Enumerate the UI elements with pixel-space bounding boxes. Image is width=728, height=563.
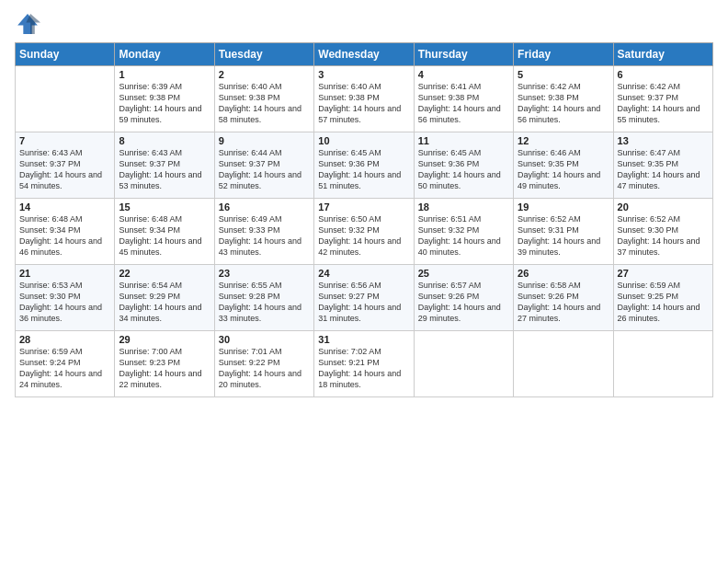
day-info: Sunrise: 6:56 AMSunset: 9:27 PMDaylight:… [318, 280, 409, 325]
weekday-header-friday: Friday [514, 43, 613, 66]
day-number: 30 [219, 334, 310, 345]
day-info: Sunrise: 6:51 AMSunset: 9:32 PMDaylight:… [418, 213, 509, 259]
calendar-cell: 15Sunrise: 6:48 AMSunset: 9:34 PMDayligh… [115, 199, 214, 265]
day-number: 4 [418, 69, 509, 80]
day-number: 8 [119, 135, 210, 146]
calendar-cell [613, 331, 712, 397]
calendar-cell: 3Sunrise: 6:40 AMSunset: 9:38 PMDaylight… [314, 66, 414, 132]
calendar-cell: 8Sunrise: 6:43 AMSunset: 9:37 PMDaylight… [115, 132, 214, 199]
weekday-header-thursday: Thursday [414, 43, 513, 66]
weekday-header-sunday: Sunday [16, 43, 115, 66]
day-info: Sunrise: 6:40 AMSunset: 9:38 PMDaylight:… [219, 81, 310, 126]
calendar-cell: 24Sunrise: 6:56 AMSunset: 9:27 PMDayligh… [314, 265, 414, 331]
logo [15, 11, 44, 37]
day-info: Sunrise: 6:49 AMSunset: 9:33 PMDaylight:… [219, 213, 310, 259]
day-number: 9 [219, 135, 310, 146]
day-info: Sunrise: 6:40 AMSunset: 9:38 PMDaylight:… [318, 81, 409, 126]
calendar-cell: 22Sunrise: 6:54 AMSunset: 9:29 PMDayligh… [115, 265, 214, 331]
calendar-cell: 29Sunrise: 7:00 AMSunset: 9:23 PMDayligh… [115, 331, 214, 397]
day-info: Sunrise: 6:59 AMSunset: 9:25 PMDaylight:… [618, 280, 709, 325]
day-number: 14 [19, 201, 110, 213]
calendar-cell: 18Sunrise: 6:51 AMSunset: 9:32 PMDayligh… [414, 199, 513, 265]
calendar-cell: 9Sunrise: 6:44 AMSunset: 9:37 PMDaylight… [214, 132, 313, 199]
day-number: 13 [618, 135, 709, 146]
day-info: Sunrise: 6:53 AMSunset: 9:30 PMDaylight:… [19, 280, 110, 325]
day-number: 15 [119, 201, 210, 213]
day-info: Sunrise: 6:52 AMSunset: 9:30 PMDaylight:… [618, 213, 709, 259]
calendar-cell: 20Sunrise: 6:52 AMSunset: 9:30 PMDayligh… [613, 199, 712, 265]
day-number: 23 [219, 268, 310, 279]
day-number: 5 [518, 69, 609, 80]
day-number: 18 [418, 201, 509, 213]
calendar-cell: 11Sunrise: 6:45 AMSunset: 9:36 PMDayligh… [414, 132, 513, 199]
day-number: 6 [618, 69, 709, 80]
weekday-header-saturday: Saturday [613, 43, 712, 66]
calendar-cell: 21Sunrise: 6:53 AMSunset: 9:30 PMDayligh… [16, 265, 115, 331]
calendar-cell: 16Sunrise: 6:49 AMSunset: 9:33 PMDayligh… [214, 199, 313, 265]
day-info: Sunrise: 6:39 AMSunset: 9:38 PMDaylight:… [119, 81, 210, 126]
day-info: Sunrise: 6:48 AMSunset: 9:34 PMDaylight:… [119, 213, 210, 259]
calendar-cell: 30Sunrise: 7:01 AMSunset: 9:22 PMDayligh… [214, 331, 313, 397]
day-number: 3 [318, 69, 409, 80]
day-info: Sunrise: 7:00 AMSunset: 9:23 PMDaylight:… [119, 346, 210, 391]
day-info: Sunrise: 6:46 AMSunset: 9:35 PMDaylight:… [518, 147, 609, 192]
calendar-cell: 31Sunrise: 7:02 AMSunset: 9:21 PMDayligh… [314, 331, 414, 397]
day-info: Sunrise: 6:45 AMSunset: 9:36 PMDaylight:… [418, 147, 509, 192]
calendar-cell: 27Sunrise: 6:59 AMSunset: 9:25 PMDayligh… [613, 265, 712, 331]
calendar-cell: 6Sunrise: 6:42 AMSunset: 9:37 PMDaylight… [613, 66, 712, 132]
calendar-cell: 14Sunrise: 6:48 AMSunset: 9:34 PMDayligh… [16, 199, 115, 265]
day-info: Sunrise: 6:50 AMSunset: 9:32 PMDaylight:… [318, 213, 409, 259]
calendar-cell: 5Sunrise: 6:42 AMSunset: 9:38 PMDaylight… [514, 66, 613, 132]
calendar-cell: 28Sunrise: 6:59 AMSunset: 9:24 PMDayligh… [16, 331, 115, 397]
day-info: Sunrise: 7:02 AMSunset: 9:21 PMDaylight:… [318, 346, 409, 391]
calendar-table: SundayMondayTuesdayWednesdayThursdayFrid… [15, 42, 713, 397]
day-info: Sunrise: 6:58 AMSunset: 9:26 PMDaylight:… [518, 280, 609, 325]
day-number: 24 [318, 268, 409, 279]
weekday-header-wednesday: Wednesday [314, 43, 414, 66]
day-info: Sunrise: 7:01 AMSunset: 9:22 PMDaylight:… [219, 346, 310, 391]
calendar-cell [16, 66, 115, 132]
day-info: Sunrise: 6:45 AMSunset: 9:36 PMDaylight:… [318, 147, 409, 192]
day-number: 21 [19, 268, 110, 279]
calendar-cell: 17Sunrise: 6:50 AMSunset: 9:32 PMDayligh… [314, 199, 414, 265]
day-info: Sunrise: 6:57 AMSunset: 9:26 PMDaylight:… [418, 280, 509, 325]
day-info: Sunrise: 6:44 AMSunset: 9:37 PMDaylight:… [219, 147, 310, 192]
day-info: Sunrise: 6:52 AMSunset: 9:31 PMDaylight:… [518, 213, 609, 259]
day-number: 10 [318, 135, 409, 146]
day-info: Sunrise: 6:59 AMSunset: 9:24 PMDaylight:… [19, 346, 110, 391]
calendar-cell: 10Sunrise: 6:45 AMSunset: 9:36 PMDayligh… [314, 132, 414, 199]
calendar-cell: 23Sunrise: 6:55 AMSunset: 9:28 PMDayligh… [214, 265, 313, 331]
calendar-cell: 25Sunrise: 6:57 AMSunset: 9:26 PMDayligh… [414, 265, 513, 331]
calendar-cell: 4Sunrise: 6:41 AMSunset: 9:38 PMDaylight… [414, 66, 513, 132]
day-number: 16 [219, 201, 310, 213]
calendar-cell [514, 331, 613, 397]
day-number: 27 [618, 268, 709, 279]
day-number: 26 [518, 268, 609, 279]
day-number: 2 [219, 69, 310, 80]
day-number: 28 [19, 334, 110, 345]
calendar-cell: 2Sunrise: 6:40 AMSunset: 9:38 PMDaylight… [214, 66, 313, 132]
calendar-cell: 1Sunrise: 6:39 AMSunset: 9:38 PMDaylight… [115, 66, 214, 132]
calendar-cell: 19Sunrise: 6:52 AMSunset: 9:31 PMDayligh… [514, 199, 613, 265]
day-info: Sunrise: 6:42 AMSunset: 9:37 PMDaylight:… [618, 81, 709, 126]
day-number: 17 [318, 201, 409, 213]
calendar-cell: 7Sunrise: 6:43 AMSunset: 9:37 PMDaylight… [16, 132, 115, 199]
weekday-header-tuesday: Tuesday [214, 43, 313, 66]
day-number: 29 [119, 334, 210, 345]
day-number: 31 [318, 334, 409, 345]
day-number: 20 [618, 201, 709, 213]
day-number: 19 [518, 201, 609, 213]
day-info: Sunrise: 6:47 AMSunset: 9:35 PMDaylight:… [618, 147, 709, 192]
day-info: Sunrise: 6:54 AMSunset: 9:29 PMDaylight:… [119, 280, 210, 325]
day-info: Sunrise: 6:42 AMSunset: 9:38 PMDaylight:… [518, 81, 609, 126]
day-info: Sunrise: 6:41 AMSunset: 9:38 PMDaylight:… [418, 81, 509, 126]
day-number: 22 [119, 268, 210, 279]
day-info: Sunrise: 6:48 AMSunset: 9:34 PMDaylight:… [19, 213, 110, 259]
calendar-cell: 12Sunrise: 6:46 AMSunset: 9:35 PMDayligh… [514, 132, 613, 199]
day-number: 12 [518, 135, 609, 146]
calendar-cell: 13Sunrise: 6:47 AMSunset: 9:35 PMDayligh… [613, 132, 712, 199]
calendar-cell: 26Sunrise: 6:58 AMSunset: 9:26 PMDayligh… [514, 265, 613, 331]
day-number: 11 [418, 135, 509, 146]
weekday-header-monday: Monday [115, 43, 214, 66]
calendar-cell [414, 331, 513, 397]
